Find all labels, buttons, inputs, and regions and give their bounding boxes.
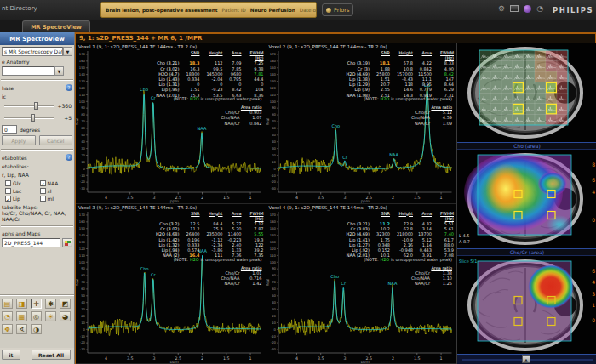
image-column: Cho (area) 8640L 4.5A 8.7 Cho/Cr (area) … [456, 43, 596, 364]
checkbox-box-icon[interactable] [40, 196, 46, 202]
svg-text:130: 130 [269, 239, 276, 243]
metabolite-table: SNRHeightAreaFWHM (Hz)Cho (3.21)18.31127… [151, 50, 264, 98]
series-picker-icon[interactable] [62, 238, 72, 247]
angle-icon[interactable]: ∢ [16, 324, 27, 334]
user-orb-icon[interactable] [524, 5, 531, 13]
svg-text:3: 3 [152, 355, 155, 360]
checkbox-box-icon[interactable] [5, 180, 11, 186]
checkbox-box-icon[interactable] [5, 188, 11, 194]
svg-text:-10: -10 [270, 333, 276, 338]
cho-map-svg[interactable]: 8640L 4.5A 8.7 [457, 150, 596, 248]
image-scrollbar[interactable]: ▲ [457, 354, 596, 364]
svg-text:110: 110 [79, 253, 86, 257]
checkbox-naa[interactable]: ✓NAA [40, 180, 73, 186]
slice-label: Slice 5/1 [459, 259, 477, 264]
svg-text:0: 0 [273, 327, 276, 331]
reset-all-button[interactable]: Reset All [32, 350, 71, 360]
table-header: SNR [180, 50, 200, 60]
mri-grid-svg[interactable] [457, 43, 596, 142]
h2o-note: (NOTE: H2O is unsuppressed water peak) [174, 257, 262, 262]
checkbox-mi[interactable]: mI [40, 196, 73, 202]
svg-text:-20: -20 [270, 179, 276, 184]
phase-section-title: hase [2, 85, 14, 91]
checkbox-lac[interactable]: Lac [5, 188, 38, 194]
svg-text:170: 170 [79, 213, 86, 217]
checkbox-label: Lip [13, 196, 20, 202]
auto-process-icon[interactable]: ✱ [45, 299, 56, 309]
brightness-icon[interactable]: ☀ [45, 311, 56, 321]
display-layout-icon[interactable] [510, 5, 519, 12]
svg-text:70: 70 [81, 119, 85, 123]
svg-text:3.5: 3.5 [127, 355, 134, 360]
metabolites-help-icon[interactable]: ? [66, 154, 72, 161]
select-voxel-icon[interactable]: ✛ [31, 299, 42, 309]
phase-mode-label: ic [2, 94, 74, 100]
priors-button[interactable]: Priors [322, 3, 353, 16]
exit-button[interactable]: it [2, 350, 20, 360]
checkbox-label: NAA [48, 180, 59, 186]
checkbox-box-icon[interactable]: ✓ [40, 180, 46, 186]
orientation-icon[interactable]: ◕ [60, 311, 71, 321]
anatomy-combo[interactable] [2, 66, 54, 76]
cho-map-image[interactable]: 8640L 4.5A 8.7 [457, 150, 596, 248]
slider-handle[interactable] [34, 102, 38, 110]
checkbox-lip[interactable]: ✓Lip [5, 196, 38, 202]
table-header: FWHM (Hz) [432, 211, 454, 221]
sidebar-toolbar: ▤◨✛✱◩◔▦◎☀◕✥∢◑ [0, 295, 74, 348]
svg-text:2: 2 [392, 196, 394, 200]
ratio-value: 1.42 [240, 281, 262, 286]
marker-icon[interactable]: ◔ [2, 311, 13, 321]
tab-mr-spectroview[interactable]: MR SpectroView [22, 20, 90, 32]
history-clock-icon[interactable]: ◔ [536, 4, 543, 13]
ratio-value: 0.842 [240, 121, 262, 126]
svg-text:30: 30 [272, 306, 276, 310]
slider-track[interactable] [4, 105, 54, 107]
svg-text:-30: -30 [80, 186, 86, 191]
svg-text:70: 70 [272, 280, 276, 284]
anatomy-section-label: e Anatomy [2, 59, 74, 65]
scrollbar-handle[interactable]: ▲ [522, 355, 530, 363]
svg-text:90: 90 [81, 266, 85, 270]
series-input[interactable]: 2D_PRESS_144 [2, 238, 60, 247]
degrees-input[interactable]: 0 [2, 125, 17, 134]
slider-handle[interactable] [31, 114, 35, 122]
apply-button[interactable]: Apply [2, 135, 36, 145]
settings-gear-icon[interactable]: ⚙ [498, 4, 505, 13]
svg-text:160: 160 [269, 219, 276, 224]
phase-slider-fine[interactable]: +5 [2, 112, 72, 123]
copy-page-icon[interactable]: ▤ [2, 299, 13, 309]
mri-grid-image[interactable] [457, 43, 596, 142]
contrast-icon[interactable]: ◑ [31, 324, 42, 334]
cho-cr-map-image[interactable]: 64310Slice 5/1 [457, 256, 596, 355]
h2o-note: (NOTE: H2O is unsuppressed water peak) [364, 96, 452, 101]
checkbox-label: Glx [13, 180, 21, 186]
grid-tool-icon[interactable]: ▦ [16, 311, 27, 321]
svg-text:80: 80 [272, 273, 276, 277]
zoom-icon[interactable]: ◎ [31, 311, 42, 321]
layers-icon[interactable]: ◩ [60, 299, 71, 309]
checkbox-box-icon[interactable]: ✓ [5, 196, 11, 202]
checkbox-box-icon[interactable] [40, 188, 46, 194]
checkbox-si[interactable]: sI [40, 188, 73, 194]
table-header: Height [200, 211, 223, 221]
priors-icon [326, 8, 331, 13]
svg-text:110: 110 [269, 253, 276, 257]
report-icon[interactable]: ◨ [16, 299, 27, 309]
phase-help-icon[interactable]: ? [66, 84, 72, 91]
patient-directory-label[interactable]: nt Directory [2, 5, 37, 12]
sidebar-title: MR SpectroView [0, 32, 74, 45]
workflow-dropdown[interactable]: s MR Spectroscopy Data [2, 47, 63, 56]
checkbox-glx[interactable]: Glx [5, 180, 38, 186]
area-ratio-table: Area ratioCho/Cr5.12Cho/NAA4.59NAA/Cr1.0… [399, 105, 452, 126]
anatomy-combo-arrow-icon[interactable]: ▼ [54, 66, 64, 76]
workflow-dropdown-arrow-icon[interactable]: ▼ [63, 47, 72, 56]
map1-caption: Cho (area) [457, 142, 596, 150]
slider-track[interactable] [4, 117, 54, 119]
cho-cr-map-svg[interactable]: 64310Slice 5/1 [457, 256, 596, 355]
svg-text:100: 100 [269, 259, 276, 264]
checkbox-label: sI [48, 188, 52, 194]
colorbar-tick: 0 [592, 217, 595, 223]
phase-slider-coarse[interactable]: +360 [2, 100, 72, 111]
cancel-button[interactable]: Cancel [39, 135, 73, 145]
pan-icon[interactable]: ✥ [2, 324, 13, 334]
